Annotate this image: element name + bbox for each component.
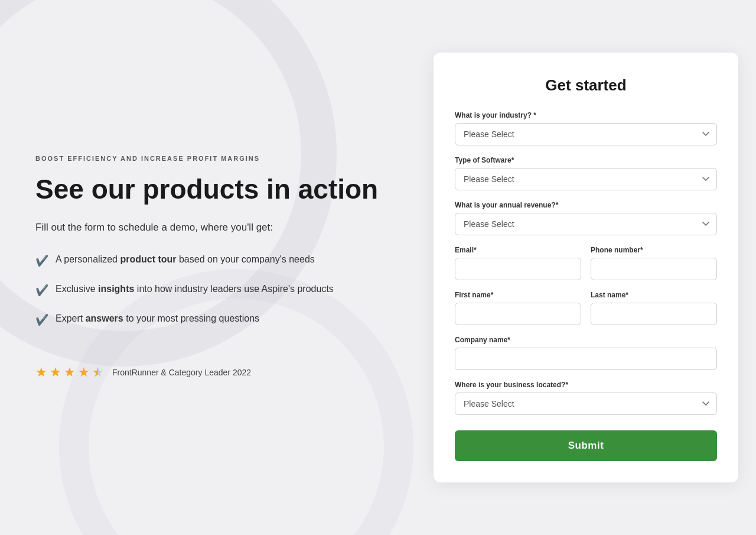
benefits-list: ✔️ A personalized product tour based on …: [35, 252, 380, 341]
business-location-select[interactable]: Please Select: [455, 393, 717, 415]
name-row: First name* Last name*: [455, 291, 717, 325]
rating-section: ★ ★ ★ ★ ★ FrontRunner & Category Leader …: [35, 365, 380, 380]
phone-input[interactable]: [591, 258, 717, 280]
email-label: Email*: [455, 246, 581, 254]
company-name-label: Company name*: [455, 336, 717, 344]
checkmark-icon-2: ✔️: [35, 283, 48, 299]
benefit-text-3: Expert answers to your most pressing que…: [56, 312, 259, 326]
tagline: BOOST EFFICIENCY AND INCREASE PROFIT MAR…: [35, 155, 380, 162]
software-type-group: Type of Software* Please Select: [455, 156, 717, 190]
star-5-half: ★: [92, 365, 104, 380]
first-name-label: First name*: [455, 291, 581, 299]
industry-group: What is your industry? * Please Select: [455, 111, 717, 145]
annual-revenue-label: What is your annual revenue?*: [455, 201, 717, 209]
checkmark-icon-3: ✔️: [35, 312, 48, 328]
last-name-input[interactable]: [591, 303, 717, 325]
submit-button[interactable]: Submit: [455, 430, 717, 461]
first-name-input[interactable]: [455, 303, 581, 325]
email-group: Email*: [455, 246, 581, 280]
last-name-group: Last name*: [591, 291, 717, 325]
rating-label: FrontRunner & Category Leader 2022: [112, 368, 251, 377]
benefit-item-1: ✔️ A personalized product tour based on …: [35, 252, 380, 269]
right-panel: Get started What is your industry? * Ple…: [416, 0, 756, 535]
benefit-text-2: Exclusive insights into how industry lea…: [56, 282, 334, 296]
left-panel: BOOST EFFICIENCY AND INCREASE PROFIT MAR…: [0, 0, 416, 535]
annual-revenue-select[interactable]: Please Select: [455, 213, 717, 235]
benefit-item-3: ✔️ Expert answers to your most pressing …: [35, 312, 380, 328]
star-rating: ★ ★ ★ ★ ★: [35, 365, 104, 380]
star-3: ★: [64, 365, 76, 380]
industry-label: What is your industry? *: [455, 111, 717, 119]
software-type-select[interactable]: Please Select: [455, 168, 717, 190]
company-name-group: Company name*: [455, 336, 717, 370]
benefit-text-1: A personalized product tour based on you…: [56, 252, 315, 267]
headline: See our products in action: [35, 174, 380, 205]
email-phone-row: Email* Phone number*: [455, 246, 717, 280]
annual-revenue-group: What is your annual revenue?* Please Sel…: [455, 201, 717, 235]
company-name-input[interactable]: [455, 348, 717, 370]
subheadline: Fill out the form to schedule a demo, wh…: [35, 222, 380, 234]
phone-label: Phone number*: [591, 246, 717, 254]
star-1: ★: [35, 365, 47, 380]
business-location-group: Where is your business located?* Please …: [455, 381, 717, 415]
form-card: Get started What is your industry? * Ple…: [434, 53, 738, 482]
checkmark-icon-1: ✔️: [35, 253, 48, 269]
first-name-group: First name*: [455, 291, 581, 325]
software-type-label: Type of Software*: [455, 156, 717, 164]
benefit-item-2: ✔️ Exclusive insights into how industry …: [35, 282, 380, 299]
star-2: ★: [50, 365, 61, 380]
phone-group: Phone number*: [591, 246, 717, 280]
star-4: ★: [78, 365, 90, 380]
last-name-label: Last name*: [591, 291, 717, 299]
industry-select[interactable]: Please Select: [455, 123, 717, 145]
email-input[interactable]: [455, 258, 581, 280]
form-title: Get started: [455, 76, 717, 95]
business-location-label: Where is your business located?*: [455, 381, 717, 389]
